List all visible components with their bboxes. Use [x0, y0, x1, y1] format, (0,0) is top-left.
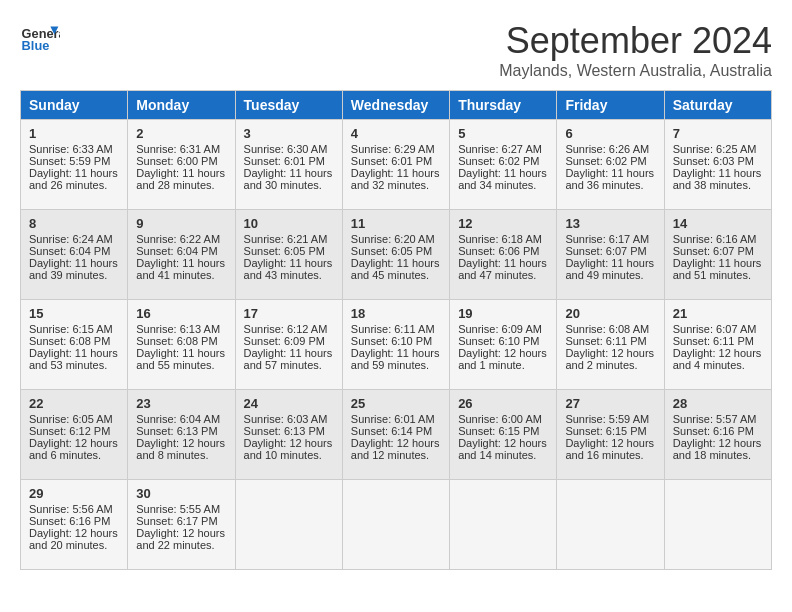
day-info: Sunset: 6:07 PM [565, 245, 655, 257]
day-info: and 18 minutes. [673, 449, 763, 461]
calendar-cell: 22Sunrise: 6:05 AMSunset: 6:12 PMDayligh… [21, 390, 128, 480]
calendar-cell: 10Sunrise: 6:21 AMSunset: 6:05 PMDayligh… [235, 210, 342, 300]
calendar-cell [450, 480, 557, 570]
day-number: 16 [136, 306, 226, 321]
day-info: Sunset: 6:08 PM [136, 335, 226, 347]
day-info: Sunset: 6:09 PM [244, 335, 334, 347]
day-info: and 43 minutes. [244, 269, 334, 281]
day-number: 7 [673, 126, 763, 141]
calendar-week-3: 15Sunrise: 6:15 AMSunset: 6:08 PMDayligh… [21, 300, 772, 390]
day-info: Sunrise: 6:08 AM [565, 323, 655, 335]
day-info: and 34 minutes. [458, 179, 548, 191]
calendar-cell: 16Sunrise: 6:13 AMSunset: 6:08 PMDayligh… [128, 300, 235, 390]
day-info: and 20 minutes. [29, 539, 119, 551]
calendar-cell: 30Sunrise: 5:55 AMSunset: 6:17 PMDayligh… [128, 480, 235, 570]
day-info: Sunrise: 6:21 AM [244, 233, 334, 245]
day-info: Daylight: 12 hours [673, 437, 763, 449]
day-number: 23 [136, 396, 226, 411]
day-info: Sunrise: 6:33 AM [29, 143, 119, 155]
day-number: 10 [244, 216, 334, 231]
col-thursday: Thursday [450, 91, 557, 120]
calendar-cell: 9Sunrise: 6:22 AMSunset: 6:04 PMDaylight… [128, 210, 235, 300]
col-wednesday: Wednesday [342, 91, 449, 120]
day-number: 4 [351, 126, 441, 141]
calendar-cell: 27Sunrise: 5:59 AMSunset: 6:15 PMDayligh… [557, 390, 664, 480]
day-info: Sunset: 6:02 PM [458, 155, 548, 167]
day-info: Sunset: 6:00 PM [136, 155, 226, 167]
day-info: Sunset: 6:06 PM [458, 245, 548, 257]
day-info: and 12 minutes. [351, 449, 441, 461]
day-info: Daylight: 11 hours [673, 257, 763, 269]
svg-text:Blue: Blue [22, 38, 50, 53]
day-info: Sunset: 6:04 PM [29, 245, 119, 257]
day-info: Daylight: 12 hours [565, 347, 655, 359]
day-info: Sunrise: 5:56 AM [29, 503, 119, 515]
day-info: Sunset: 6:11 PM [673, 335, 763, 347]
day-info: and 22 minutes. [136, 539, 226, 551]
day-number: 30 [136, 486, 226, 501]
day-info: Daylight: 11 hours [136, 167, 226, 179]
day-info: and 2 minutes. [565, 359, 655, 371]
calendar-cell: 26Sunrise: 6:00 AMSunset: 6:15 PMDayligh… [450, 390, 557, 480]
page-header: General Blue September 2024 Maylands, We… [20, 20, 772, 80]
day-info: Sunset: 6:14 PM [351, 425, 441, 437]
day-number: 13 [565, 216, 655, 231]
day-info: Sunrise: 6:29 AM [351, 143, 441, 155]
day-info: Sunrise: 6:22 AM [136, 233, 226, 245]
day-number: 29 [29, 486, 119, 501]
calendar-cell [235, 480, 342, 570]
day-info: and 8 minutes. [136, 449, 226, 461]
calendar-cell: 25Sunrise: 6:01 AMSunset: 6:14 PMDayligh… [342, 390, 449, 480]
day-info: and 14 minutes. [458, 449, 548, 461]
day-info: and 57 minutes. [244, 359, 334, 371]
day-info: and 1 minute. [458, 359, 548, 371]
month-title: September 2024 [499, 20, 772, 62]
day-number: 28 [673, 396, 763, 411]
calendar-cell: 8Sunrise: 6:24 AMSunset: 6:04 PMDaylight… [21, 210, 128, 300]
day-number: 19 [458, 306, 548, 321]
calendar-cell: 21Sunrise: 6:07 AMSunset: 6:11 PMDayligh… [664, 300, 771, 390]
day-info: Daylight: 11 hours [458, 167, 548, 179]
day-info: Daylight: 12 hours [136, 437, 226, 449]
day-info: and 28 minutes. [136, 179, 226, 191]
calendar-cell: 20Sunrise: 6:08 AMSunset: 6:11 PMDayligh… [557, 300, 664, 390]
day-info: and 53 minutes. [29, 359, 119, 371]
calendar-cell: 12Sunrise: 6:18 AMSunset: 6:06 PMDayligh… [450, 210, 557, 300]
day-info: Daylight: 12 hours [458, 347, 548, 359]
day-info: and 55 minutes. [136, 359, 226, 371]
day-info: Daylight: 11 hours [136, 347, 226, 359]
calendar-cell: 17Sunrise: 6:12 AMSunset: 6:09 PMDayligh… [235, 300, 342, 390]
calendar-cell: 24Sunrise: 6:03 AMSunset: 6:13 PMDayligh… [235, 390, 342, 480]
day-info: and 51 minutes. [673, 269, 763, 281]
calendar-table: Sunday Monday Tuesday Wednesday Thursday… [20, 90, 772, 570]
day-info: Sunset: 6:17 PM [136, 515, 226, 527]
day-info: Sunset: 6:01 PM [351, 155, 441, 167]
day-info: Sunset: 6:03 PM [673, 155, 763, 167]
day-number: 5 [458, 126, 548, 141]
day-info: Sunrise: 6:01 AM [351, 413, 441, 425]
calendar-cell: 7Sunrise: 6:25 AMSunset: 6:03 PMDaylight… [664, 120, 771, 210]
calendar-cell: 29Sunrise: 5:56 AMSunset: 6:16 PMDayligh… [21, 480, 128, 570]
day-info: and 30 minutes. [244, 179, 334, 191]
day-info: Sunset: 6:05 PM [244, 245, 334, 257]
day-info: Daylight: 12 hours [458, 437, 548, 449]
day-info: Sunset: 6:02 PM [565, 155, 655, 167]
day-info: Sunrise: 6:17 AM [565, 233, 655, 245]
calendar-cell: 1Sunrise: 6:33 AMSunset: 5:59 PMDaylight… [21, 120, 128, 210]
day-info: Daylight: 11 hours [244, 257, 334, 269]
col-sunday: Sunday [21, 91, 128, 120]
day-info: Sunrise: 6:26 AM [565, 143, 655, 155]
day-info: Sunrise: 6:18 AM [458, 233, 548, 245]
header-row: Sunday Monday Tuesday Wednesday Thursday… [21, 91, 772, 120]
day-info: Sunrise: 6:07 AM [673, 323, 763, 335]
day-info: Daylight: 11 hours [565, 257, 655, 269]
day-info: Sunrise: 6:25 AM [673, 143, 763, 155]
day-info: Daylight: 11 hours [136, 257, 226, 269]
day-info: Sunrise: 6:03 AM [244, 413, 334, 425]
calendar-cell: 13Sunrise: 6:17 AMSunset: 6:07 PMDayligh… [557, 210, 664, 300]
logo: General Blue [20, 20, 60, 60]
day-info: and 26 minutes. [29, 179, 119, 191]
day-number: 26 [458, 396, 548, 411]
day-info: Sunrise: 6:05 AM [29, 413, 119, 425]
day-info: and 39 minutes. [29, 269, 119, 281]
